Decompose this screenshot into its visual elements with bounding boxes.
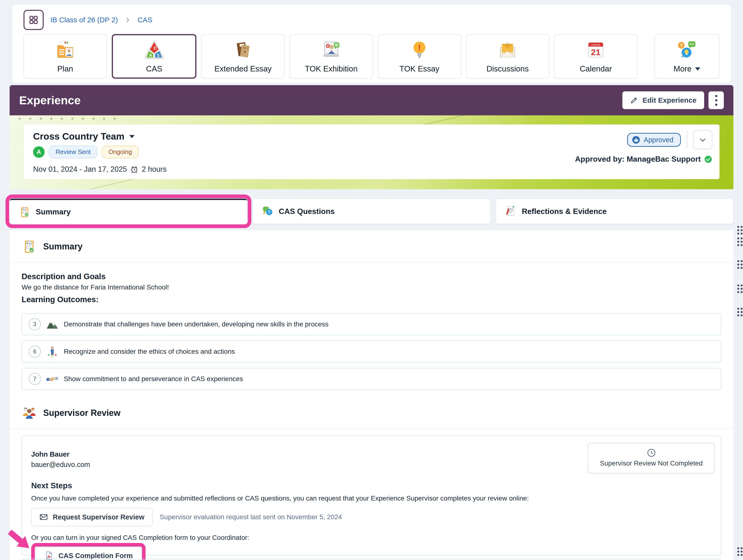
page-title: Experience xyxy=(19,94,81,107)
tile-label: Discussions xyxy=(486,64,529,73)
chevron-down-icon xyxy=(695,68,700,71)
people-group-icon xyxy=(21,405,37,421)
next-supervisor-card-partial xyxy=(21,559,722,560)
tab-cas-questions[interactable]: ? CAS Questions xyxy=(253,199,490,224)
summary-clipboard-icon xyxy=(18,206,31,218)
expand-approval-button[interactable] xyxy=(693,130,712,149)
chevron-down-icon xyxy=(129,135,135,138)
cas-triangle-icon: C A S xyxy=(144,39,165,60)
grid-icon xyxy=(29,15,38,25)
section-title: Supervisor Review xyxy=(43,408,120,418)
svg-text:!: ! xyxy=(418,43,421,52)
edit-experience-button[interactable]: Edit Experience xyxy=(622,91,704,109)
or-coordinator-text: Or you can turn in your signed CAS Compl… xyxy=(31,534,712,542)
svg-text:21: 21 xyxy=(591,47,601,57)
summary-section-header: Summary xyxy=(10,230,733,262)
reflections-evidence-icon xyxy=(505,205,517,218)
svg-text:?: ? xyxy=(680,43,683,48)
request-supervisor-review-button[interactable]: Request Supervisor Review xyxy=(31,508,152,526)
chevron-down-icon xyxy=(699,136,707,144)
drag-handle[interactable] xyxy=(737,238,743,246)
apps-grid-button[interactable] xyxy=(24,10,44,30)
learning-outcome-item: 3 Demonstrate that challenges have been … xyxy=(21,313,722,335)
annotation-arrow xyxy=(6,526,35,555)
discussions-envelope-icon xyxy=(497,39,518,60)
tile-more[interactable]: ? More xyxy=(654,34,719,79)
plan-folder-icon xyxy=(55,39,76,60)
approved-by-text: Approved by: ManageBac Support xyxy=(575,155,701,164)
tab-cas-questions-wrap: ? CAS Questions xyxy=(253,199,490,224)
drag-handle[interactable] xyxy=(737,226,743,234)
svg-text:Calendar: Calendar xyxy=(591,43,601,46)
mountain-icon xyxy=(47,318,58,330)
calendar-icon: Calendar 21 xyxy=(585,39,606,60)
tile-extended-essay[interactable]: Extended Essay xyxy=(201,34,285,79)
tab-reflections-wrap: Reflections & Evidence xyxy=(496,199,733,224)
tok-essay-lightbulb-icon: ! xyxy=(409,39,430,60)
tile-label: CAS xyxy=(146,64,162,73)
top-navigation-card: IB Class of 26 (DP 2) CAS Pl xyxy=(12,5,731,83)
cas-questions-icon: ? xyxy=(261,205,274,218)
tab-summary-wrap: Summary xyxy=(10,199,247,224)
tile-label: Extended Essay xyxy=(214,64,271,73)
clock-icon xyxy=(647,448,656,458)
next-steps-text: Once you have completed your experience … xyxy=(31,494,712,502)
svg-text:A: A xyxy=(149,53,152,58)
tile-tok-exhibition[interactable]: TOK Exhibition xyxy=(290,34,373,79)
outcome-text: Show commitment to and perseverance in C… xyxy=(64,375,243,383)
learning-outcome-item: 6 Recognize and consider the ethics of c… xyxy=(21,341,722,362)
content-tabs: Summary ? CAS Questions xyxy=(10,199,733,224)
supervisor-section-header: Supervisor Review xyxy=(10,390,733,428)
summary-clipboard-icon xyxy=(21,239,37,254)
outcome-number-badge: 6 xyxy=(29,346,41,357)
section-title: Summary xyxy=(43,242,83,252)
tile-label: Plan xyxy=(57,64,73,73)
kebab-menu-button[interactable] xyxy=(708,91,724,109)
review-sent-badge: Review Sent xyxy=(49,145,97,158)
tile-tok-essay[interactable]: ! TOK Essay xyxy=(378,34,461,79)
tile-calendar[interactable]: Calendar 21 Calendar xyxy=(554,34,638,79)
tab-summary[interactable]: Summary xyxy=(10,199,247,224)
drag-handle[interactable] xyxy=(737,547,743,556)
experience-header-bar: Experience Edit Experience xyxy=(10,85,733,115)
tile-label: TOK Exhibition xyxy=(305,64,358,73)
approved-status-badge[interactable]: Approved xyxy=(627,133,681,147)
tile-discussions[interactable]: Discussions xyxy=(466,34,550,79)
chevron-right-icon xyxy=(125,17,131,23)
description-text: We go the distance for Faria Internation… xyxy=(21,284,722,291)
cas-completion-form-button[interactable]: CAS Completion Form xyxy=(35,547,142,560)
drag-handle[interactable] xyxy=(737,308,743,316)
drag-handle[interactable] xyxy=(737,285,743,293)
tab-reflections-evidence[interactable]: Reflections & Evidence xyxy=(496,199,733,224)
drag-handle[interactable] xyxy=(737,260,743,269)
tile-label: TOK Essay xyxy=(400,64,439,73)
svg-text:S: S xyxy=(157,53,160,58)
outcome-text: Recognize and consider the ethics of cho… xyxy=(64,348,235,355)
experience-summary-card: Cross Country Team A Review Sent Ongoing… xyxy=(24,125,719,179)
banner-dots xyxy=(18,117,121,121)
envelope-icon xyxy=(39,513,48,521)
breadcrumb: IB Class of 26 (DP 2) CAS xyxy=(24,10,152,29)
more-help-icon: ? xyxy=(676,39,697,60)
tile-plan[interactable]: Plan xyxy=(24,34,107,79)
learning-outcome-item: 7 Show commitment to and perseverance in… xyxy=(21,368,722,390)
learning-outcomes-list: 3 Demonstrate that challenges have been … xyxy=(10,306,733,390)
outcome-text: Demonstrate that challenges have been un… xyxy=(64,320,329,328)
breadcrumb-class-link[interactable]: IB Class of 26 (DP 2) xyxy=(50,16,118,24)
experience-banner: Cross Country Team A Review Sent Ongoing… xyxy=(10,115,733,189)
page-root: IB Class of 26 (DP 2) CAS Pl xyxy=(0,0,743,560)
breadcrumb-cas-link[interactable]: CAS xyxy=(137,16,152,24)
hours-logged: 2 hours xyxy=(142,165,167,174)
check-circle-icon xyxy=(704,155,712,163)
svg-text:?: ? xyxy=(268,210,270,214)
main-content: Summary Description and Goals We go the … xyxy=(10,230,733,560)
tile-label: Calendar xyxy=(580,64,612,73)
description-goals-heading: Description and Goals xyxy=(21,272,722,281)
tile-cas[interactable]: C A S CAS xyxy=(112,34,196,79)
date-range: Nov 01, 2024 - Jan 17, 2025 xyxy=(33,165,127,174)
ethics-choices-icon xyxy=(47,346,58,357)
divider xyxy=(10,428,733,429)
thumbs-up-icon xyxy=(632,135,640,144)
learning-outcomes-heading: Learning Outcomes: xyxy=(21,295,722,304)
ongoing-badge: Ongoing xyxy=(102,145,139,158)
